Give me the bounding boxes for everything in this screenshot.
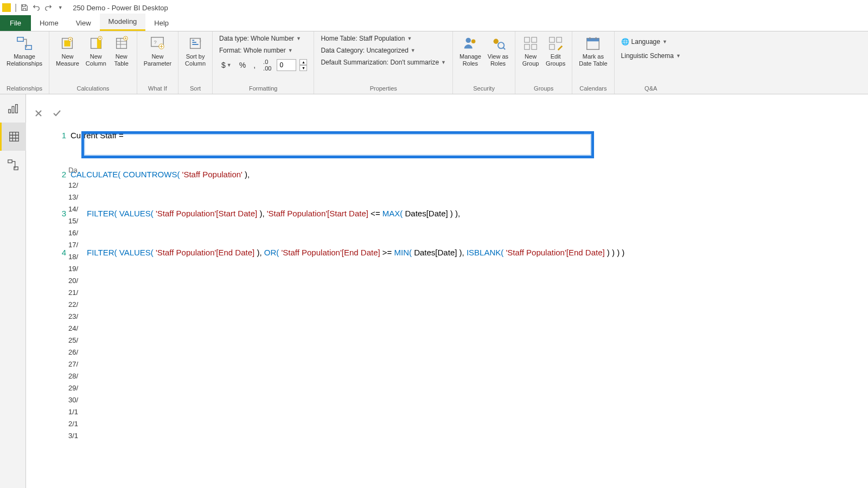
table-row[interactable]: 13/ — [68, 193, 78, 205]
svg-rect-0 — [17, 37, 23, 42]
sort-by-column-button[interactable]: Sort by Column — [182, 34, 209, 68]
table-row[interactable]: 28/ — [68, 372, 78, 384]
language-dropdown[interactable]: 🌐 Language ▼ — [618, 37, 684, 47]
group-properties: Home Table: Staff Population ▼ Data Cate… — [314, 31, 453, 94]
table-row[interactable]: 26/ — [68, 348, 78, 360]
linguistic-schema-dropdown[interactable]: Linguistic Schema ▼ — [618, 51, 684, 61]
chevron-down-icon: ▼ — [662, 39, 667, 44]
currency-button[interactable]: $▼ — [219, 60, 234, 70]
relationships-icon — [16, 35, 33, 52]
formula-bar[interactable]: 1Current Staff = 2CALCULATE( COUNTROWS( … — [59, 103, 864, 285]
table-row[interactable]: 18/ — [68, 253, 78, 265]
group-formatting: Data type: Whole Number ▼ Format: Whole … — [213, 31, 314, 94]
svg-rect-19 — [532, 37, 537, 42]
table-row[interactable]: 2/1 — [68, 420, 78, 432]
new-column-button[interactable]: New Column — [82, 34, 110, 68]
manage-relationships-button[interactable]: Manage Relationships — [3, 34, 46, 68]
format-dropdown[interactable]: Format: Whole number ▼ — [216, 46, 310, 55]
decimals-icon: .0.00 — [261, 57, 273, 73]
new-table-button[interactable]: New Table — [110, 34, 133, 68]
home-table-dropdown[interactable]: Home Table: Staff Population ▼ — [317, 34, 449, 43]
svg-rect-13 — [190, 38, 201, 49]
table-row[interactable]: 22/ — [68, 300, 78, 312]
percent-button[interactable]: % — [237, 60, 248, 70]
table-row[interactable]: 17/ — [68, 241, 78, 253]
column-icon — [87, 35, 105, 52]
table-row[interactable]: 25/ — [68, 336, 78, 348]
chevron-down-icon: ▼ — [441, 60, 446, 65]
thousands-button[interactable]: , — [251, 60, 258, 70]
edit-groups-icon — [547, 35, 564, 52]
tab-modeling[interactable]: Modeling — [100, 14, 146, 31]
table-row[interactable]: 29/ — [68, 384, 78, 396]
model-view-button[interactable] — [0, 151, 26, 179]
table-row[interactable]: 30/ — [68, 396, 78, 408]
table-row[interactable]: 1/1 — [68, 408, 78, 420]
report-view-button[interactable] — [0, 94, 26, 123]
svg-rect-28 — [12, 106, 14, 113]
svg-point-15 — [471, 40, 476, 44]
new-parameter-button[interactable]: ? New Parameter — [141, 34, 175, 68]
view-as-roles-button[interactable]: View as Roles — [484, 34, 512, 68]
group-groups: New Group Edit Groups Groups — [515, 31, 572, 94]
title-bar: | ▼ 250 Demo - Power BI Desktop — [0, 0, 868, 15]
grid-column-header[interactable]: Da — [68, 166, 78, 174]
chevron-down-icon: ▼ — [288, 48, 293, 53]
svg-point-14 — [465, 38, 470, 43]
mark-as-date-table-button[interactable]: Mark as Date Table — [576, 34, 610, 68]
group-sort: Sort by Column Sort — [178, 31, 213, 94]
table-row[interactable]: 14/ — [68, 205, 78, 217]
svg-rect-32 — [14, 167, 18, 170]
redo-icon[interactable] — [42, 2, 54, 14]
table-row[interactable]: 24/ — [68, 324, 78, 336]
table-row[interactable]: 23/ — [68, 312, 78, 324]
file-tab[interactable]: File — [0, 15, 31, 31]
table-row[interactable]: 20/ — [68, 277, 78, 288]
window-title: 250 Demo - Power BI Desktop — [73, 4, 168, 12]
svg-rect-27 — [9, 110, 11, 113]
roles-icon — [462, 35, 479, 52]
table-row[interactable]: 16/ — [68, 229, 78, 241]
edit-groups-button[interactable]: Edit Groups — [542, 34, 569, 68]
sort-icon — [187, 35, 204, 52]
ribbon-tabs: File Home View Modeling Help — [0, 15, 868, 31]
group-whatif: ? New Parameter What If — [137, 31, 178, 94]
tab-view[interactable]: View — [67, 15, 100, 31]
svg-rect-23 — [557, 37, 561, 42]
undo-icon[interactable] — [30, 2, 42, 14]
table-row[interactable]: 27/ — [68, 360, 78, 372]
table-row[interactable]: 21/ — [68, 288, 78, 300]
dax-editor[interactable]: 1Current Staff = 2CALCULATE( COUNTROWS( … — [59, 103, 864, 285]
datatype-dropdown[interactable]: Data type: Whole Number ▼ — [216, 34, 310, 43]
qat-customize-icon[interactable]: ▼ — [54, 2, 66, 14]
calendar-icon — [584, 35, 602, 52]
tab-home[interactable]: Home — [31, 15, 67, 31]
decimals-spinner[interactable]: ▲▼ — [299, 59, 307, 71]
save-icon[interactable] — [18, 2, 30, 14]
data-category-dropdown[interactable]: Data Category: Uncategorized ▼ — [317, 46, 449, 55]
table-icon — [113, 35, 130, 52]
grid-rows: 12/13/14/15/16/17/18/19/20/21/22/23/24/2… — [68, 181, 78, 444]
svg-rect-30 — [9, 132, 18, 142]
new-measure-button[interactable]: New Measure — [53, 34, 82, 68]
table-row[interactable]: 3/1 — [68, 432, 78, 444]
table-row[interactable]: 12/ — [68, 181, 78, 193]
commit-formula-button[interactable] — [50, 106, 64, 120]
table-row[interactable]: 19/ — [68, 265, 78, 277]
new-group-button[interactable]: New Group — [519, 34, 542, 68]
decimals-input[interactable] — [277, 59, 296, 71]
chevron-down-icon: ▼ — [296, 36, 301, 41]
table-row[interactable]: 15/ — [68, 217, 78, 229]
group-qa: 🌐 Language ▼ Linguistic Schema ▼ Q&A — [615, 31, 687, 94]
default-summarization-dropdown[interactable]: Default Summarization: Don't summarize ▼ — [317, 57, 449, 67]
new-group-icon — [522, 35, 539, 52]
svg-rect-29 — [16, 105, 18, 113]
tab-help[interactable]: Help — [145, 15, 177, 31]
svg-text:?: ? — [154, 40, 157, 45]
chevron-down-icon: ▼ — [411, 48, 416, 53]
group-security: Manage Roles View as Roles Security — [453, 31, 515, 94]
data-view-button[interactable] — [0, 123, 26, 151]
chevron-down-icon: ▼ — [407, 36, 412, 41]
manage-roles-button[interactable]: Manage Roles — [456, 34, 484, 68]
cancel-formula-button[interactable] — [31, 106, 46, 120]
